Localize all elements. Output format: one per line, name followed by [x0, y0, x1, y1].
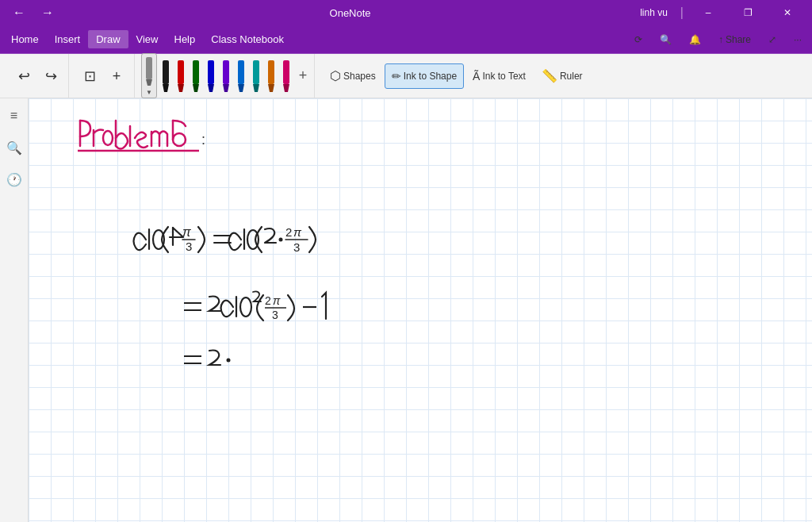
share-button[interactable]: ↑ Share — [711, 27, 758, 52]
title-bar: ← → OneNote linh vu | – ❐ ✕ — [0, 0, 812, 25]
ink-to-shape-icon: ✏ — [392, 70, 401, 83]
notebooks-icon[interactable]: ≡ — [3, 105, 25, 127]
sidebar: ≡ 🔍 🕐 — [0, 98, 29, 522]
shapes-label: Shapes — [343, 71, 376, 82]
menu-view[interactable]: View — [128, 30, 167, 48]
svg-rect-16 — [268, 60, 274, 84]
pen-red[interactable] — [174, 57, 187, 95]
history-icon[interactable]: 🕐 — [3, 168, 25, 190]
menu-insert[interactable]: Insert — [47, 30, 89, 48]
more-button[interactable]: ··· — [787, 27, 809, 52]
pen-gray-selected[interactable]: ▼ — [141, 53, 157, 98]
svg-text:π: π — [293, 225, 302, 239]
math-line-2: 2 π 3 — [184, 291, 326, 321]
svg-text:π: π — [273, 294, 281, 307]
search-button[interactable]: 🔍 — [653, 27, 679, 52]
svg-marker-19 — [283, 84, 289, 92]
select-group: ⊡ + — [72, 54, 135, 98]
svg-rect-18 — [283, 60, 289, 84]
eraser-button[interactable]: + — [104, 57, 129, 95]
header-right-tools: ⟳ 🔍 🔔 ↑ Share ⤢ ··· — [627, 27, 809, 52]
insert-pen-button[interactable]: + — [295, 59, 311, 94]
share-label: Share — [726, 34, 751, 45]
svg-marker-5 — [178, 84, 184, 92]
ink-to-shape-button[interactable]: ✏ Ink to Shape — [385, 63, 464, 89]
svg-text:3: 3 — [293, 240, 300, 254]
svg-point-31 — [279, 238, 283, 242]
svg-rect-4 — [178, 60, 184, 84]
svg-point-20 — [103, 131, 113, 145]
svg-marker-13 — [238, 84, 244, 92]
user-name: linh vu — [640, 7, 668, 18]
window-controls: linh vu | – ❐ ✕ — [640, 0, 806, 25]
svg-marker-9 — [208, 84, 214, 92]
close-button[interactable]: ✕ — [769, 0, 806, 25]
svg-marker-15 — [253, 84, 259, 92]
menu-help[interactable]: Help — [167, 30, 204, 48]
ruler-label: Ruler — [560, 71, 583, 82]
expand-button[interactable]: ⤢ — [761, 27, 783, 52]
back-button[interactable]: ← — [6, 2, 32, 23]
pen-green[interactable] — [190, 57, 202, 95]
svg-text:3: 3 — [186, 240, 192, 253]
svg-rect-10 — [223, 60, 229, 84]
title-bar-nav: ← → — [6, 2, 60, 23]
minimize-button[interactable]: – — [690, 0, 726, 25]
lasso-button[interactable]: ⊡ — [77, 57, 102, 95]
handwriting-content: : π 3 — [29, 98, 812, 522]
lasso-icon: ⊡ — [84, 69, 96, 83]
svg-text:2: 2 — [285, 225, 292, 239]
title-handwriting — [80, 121, 186, 149]
svg-text:2: 2 — [265, 294, 271, 307]
svg-rect-6 — [193, 60, 199, 84]
ink-to-text-label: Ink to Text — [482, 71, 525, 82]
undo-redo-group: ↩ ↪ — [6, 54, 69, 98]
svg-point-38 — [240, 297, 251, 317]
menu-class-notebook[interactable]: Class Notebook — [203, 30, 292, 48]
shapes-icon: ⬡ — [330, 68, 341, 83]
svg-text:3: 3 — [272, 309, 278, 321]
shapes-button[interactable]: ⬡ Shapes — [323, 63, 383, 89]
ink-to-text-button[interactable]: Ã Ink to Text — [465, 63, 533, 89]
drawing-tools-group: ⬡ Shapes ✏ Ink to Shape Ã Ink to Text 📏 … — [318, 54, 595, 98]
svg-rect-8 — [208, 60, 214, 84]
svg-point-21 — [173, 133, 186, 146]
pen-pink[interactable] — [280, 57, 293, 95]
sync-button[interactable]: ⟳ — [627, 27, 649, 52]
svg-marker-11 — [223, 84, 229, 92]
forward-button[interactable]: → — [35, 2, 60, 23]
math-line-3 — [184, 351, 231, 366]
ink-to-text-icon: Ã — [473, 70, 480, 83]
svg-text:π: π — [182, 225, 191, 239]
redo-button[interactable]: ↪ — [38, 57, 63, 95]
pen-purple[interactable] — [220, 57, 232, 95]
undo-icon: ↩ — [18, 69, 30, 83]
maximize-button[interactable]: ❐ — [730, 0, 766, 25]
ruler-button[interactable]: 📏 Ruler — [534, 63, 590, 89]
pen-teal[interactable] — [250, 57, 262, 95]
math-line-1: π 3 2 π — [134, 225, 316, 254]
undo-button[interactable]: ↩ — [11, 57, 36, 95]
canvas-area[interactable]: : π 3 — [29, 98, 812, 522]
svg-marker-7 — [193, 84, 199, 92]
svg-rect-12 — [238, 60, 244, 84]
pen-blue-dark[interactable] — [205, 57, 217, 95]
svg-text::: : — [201, 132, 205, 148]
pen-orange[interactable] — [265, 57, 278, 95]
search-icon[interactable]: 🔍 — [3, 136, 25, 159]
menu-draw[interactable]: Draw — [88, 30, 128, 48]
svg-rect-14 — [253, 60, 259, 84]
pen-tools-group: ▼ — [138, 54, 315, 98]
svg-rect-2 — [163, 60, 169, 84]
menu-bar: Home Insert Draw View Help Class Noteboo… — [0, 25, 812, 54]
svg-marker-3 — [163, 84, 169, 92]
pen-black[interactable] — [159, 57, 172, 95]
svg-point-46 — [227, 359, 231, 363]
bell-button[interactable]: 🔔 — [682, 27, 708, 52]
redo-icon: ↪ — [45, 69, 57, 83]
ribbon: ↩ ↪ ⊡ + ▼ — [0, 54, 812, 98]
svg-marker-1 — [146, 79, 152, 86]
svg-marker-17 — [268, 84, 274, 92]
menu-home[interactable]: Home — [3, 30, 47, 48]
pen-blue[interactable] — [235, 57, 247, 95]
